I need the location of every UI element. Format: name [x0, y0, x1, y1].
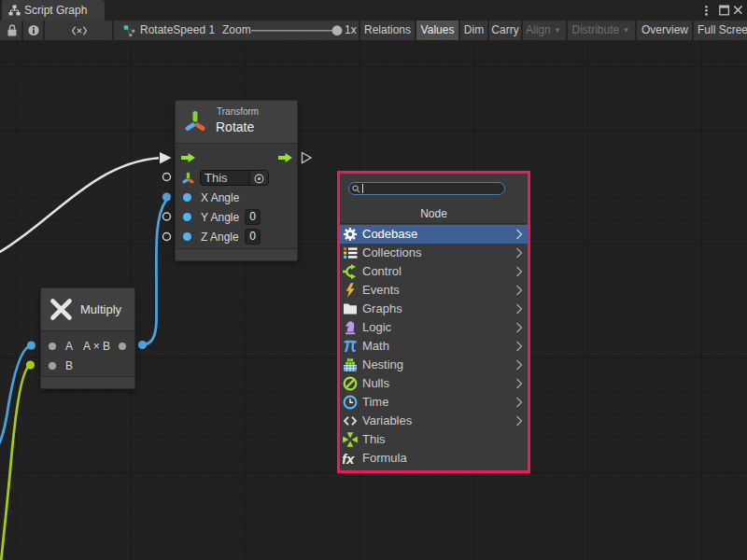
svg-text:fx: fx: [343, 451, 355, 466]
